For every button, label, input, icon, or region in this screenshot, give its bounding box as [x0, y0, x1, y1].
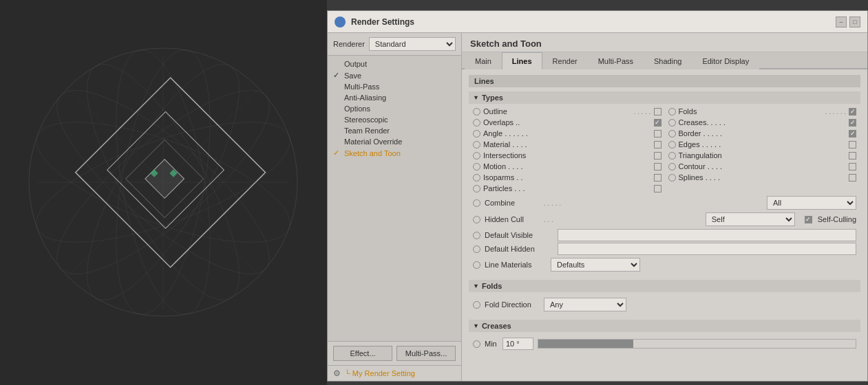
- folds-toggle[interactable]: ▼ Folds: [469, 280, 860, 292]
- line-materials-row: Line Materials Defaults Custom: [473, 258, 856, 272]
- min-label: Min: [485, 340, 498, 348]
- folds-check[interactable]: [849, 108, 856, 116]
- tab-lines[interactable]: Lines: [502, 52, 542, 69]
- tab-editor-display[interactable]: Editor Display: [692, 52, 759, 69]
- stereo-label: Stereoscopic: [344, 116, 388, 124]
- angle-check[interactable]: [654, 130, 661, 138]
- intersections-check[interactable]: [654, 152, 661, 160]
- creases-label: Creases. . . . .: [679, 118, 847, 126]
- particles-radio[interactable]: [473, 185, 480, 192]
- hidden-cull-radio[interactable]: [473, 216, 480, 223]
- default-hidden-input[interactable]: [558, 243, 856, 255]
- tab-render[interactable]: Render: [542, 52, 588, 69]
- outline-check[interactable]: [654, 108, 661, 116]
- line-materials-label: Line Materials: [485, 261, 547, 269]
- splines-label: Splines . . . .: [679, 173, 847, 182]
- material-check[interactable]: [654, 141, 661, 148]
- angle-radio[interactable]: [473, 130, 480, 138]
- triangulation-check[interactable]: [849, 152, 856, 160]
- tree-item-sketchandtoon[interactable]: Sketch and Toon: [328, 147, 461, 159]
- creases-radio[interactable]: [668, 119, 676, 126]
- type-overlaps: Overlaps ..: [473, 118, 661, 127]
- effect-button[interactable]: Effect...: [333, 346, 392, 361]
- edges-radio[interactable]: [668, 141, 676, 148]
- contour-check[interactable]: [849, 163, 856, 170]
- particles-check[interactable]: [654, 185, 661, 192]
- isoparms-check[interactable]: [654, 174, 661, 182]
- creases-check[interactable]: [849, 119, 856, 126]
- combine-row: Combine . . . . . All Selected Visible: [473, 196, 856, 210]
- types-toggle[interactable]: ▼ Types: [469, 91, 860, 104]
- tree-item-save[interactable]: Save: [328, 69, 461, 81]
- splines-radio[interactable]: [668, 174, 676, 182]
- multipass-button[interactable]: Multi-Pass...: [396, 346, 456, 361]
- creases-toggle[interactable]: ▼ Creases: [469, 320, 860, 332]
- overlaps-label: Overlaps ..: [483, 118, 651, 126]
- isoparms-radio[interactable]: [473, 174, 480, 182]
- sketchandtoon-check: [333, 148, 341, 157]
- min-radio[interactable]: [473, 340, 480, 348]
- panel-content: Lines ▼ Types Outline: [462, 69, 867, 381]
- render-settings-window: Render Settings – □ Renderer Standard: [327, 10, 868, 382]
- triangulation-radio[interactable]: [668, 152, 676, 160]
- renderer-select[interactable]: Standard: [369, 37, 456, 51]
- self-culling-row: Self-Culling: [805, 215, 856, 223]
- isoparms-label: Isoparms . .: [483, 173, 651, 182]
- my-render-setting-link[interactable]: └ My Render Setting: [345, 369, 415, 377]
- angle-label: Angle . . . . . .: [483, 129, 651, 138]
- line-materials-select[interactable]: Defaults Custom: [551, 258, 640, 272]
- overlaps-radio[interactable]: [473, 119, 480, 126]
- types-arrow: ▼: [473, 94, 479, 101]
- bottom-buttons: Effect... Multi-Pass...: [328, 341, 461, 365]
- types-label: Types: [482, 94, 503, 102]
- tree-item-matoverride[interactable]: Material Override: [328, 136, 461, 147]
- default-visible-label: Default Visible: [485, 231, 553, 239]
- tree-item-antialiasing[interactable]: Anti-Aliasing: [328, 92, 461, 103]
- type-contour: Contour . . . .: [668, 162, 857, 171]
- splines-check[interactable]: [849, 174, 856, 182]
- combine-radio[interactable]: [473, 199, 480, 207]
- multipass-label: Multi-Pass: [344, 82, 379, 91]
- tab-main[interactable]: Main: [465, 52, 502, 69]
- minimize-button[interactable]: –: [836, 16, 847, 28]
- type-motion: Motion . . . .: [473, 162, 661, 171]
- tree-item-stereoscopic[interactable]: Stereoscopic: [328, 114, 461, 125]
- edges-check[interactable]: [849, 141, 856, 148]
- default-hidden-radio[interactable]: [473, 245, 480, 253]
- overlaps-check[interactable]: [654, 119, 661, 126]
- default-visible-input[interactable]: [558, 229, 856, 241]
- type-creases: Creases. . . . .: [668, 118, 857, 127]
- border-radio[interactable]: [668, 130, 676, 138]
- intersections-radio[interactable]: [473, 152, 480, 160]
- folds-label: Folds: [679, 107, 823, 116]
- min-input[interactable]: [502, 338, 533, 350]
- tree-item-output[interactable]: Output: [328, 58, 461, 69]
- motion-radio[interactable]: [473, 163, 480, 170]
- border-check[interactable]: [849, 130, 856, 138]
- tab-multipass[interactable]: Multi-Pass: [588, 52, 644, 69]
- tree-item-multipass[interactable]: Multi-Pass: [328, 81, 461, 92]
- tree-item-teamrender[interactable]: Team Render: [328, 125, 461, 136]
- fold-direction-radio[interactable]: [473, 301, 480, 309]
- lines-header: Lines: [469, 75, 860, 87]
- material-radio[interactable]: [473, 141, 480, 148]
- folds-section-label: Folds: [482, 282, 502, 290]
- hidden-cull-select[interactable]: Self All None: [706, 212, 795, 226]
- default-hidden-row: Default Hidden: [473, 243, 856, 255]
- tree-item-options[interactable]: Options: [328, 103, 461, 114]
- line-materials-radio[interactable]: [473, 261, 480, 269]
- contour-radio[interactable]: [668, 163, 676, 170]
- default-visible-radio[interactable]: [473, 232, 480, 239]
- folds-radio[interactable]: [668, 108, 676, 116]
- maximize-button[interactable]: □: [849, 16, 860, 28]
- min-row: Min: [473, 338, 856, 350]
- tab-shading[interactable]: Shading: [644, 52, 692, 69]
- combine-label: Combine: [485, 199, 540, 207]
- min-slider[interactable]: [538, 339, 856, 349]
- combine-select[interactable]: All Selected Visible: [767, 196, 856, 210]
- fold-direction-select[interactable]: Any Front Back: [544, 298, 626, 311]
- outline-radio[interactable]: [473, 108, 480, 116]
- type-material: Material . . . .: [473, 140, 661, 149]
- self-culling-check[interactable]: [805, 216, 812, 223]
- motion-check[interactable]: [654, 163, 661, 170]
